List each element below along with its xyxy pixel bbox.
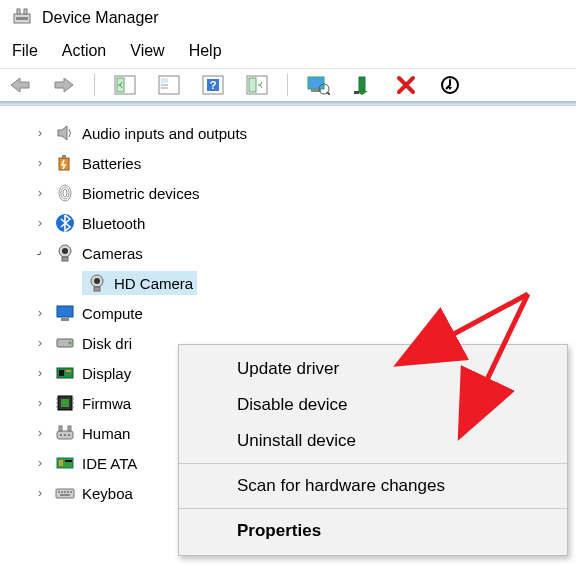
svg-rect-20 <box>354 91 359 94</box>
chevron-right-icon[interactable]: › <box>32 486 48 500</box>
context-menu-properties[interactable]: Properties <box>179 513 567 549</box>
context-menu-update-driver[interactable]: Update driver <box>179 351 567 387</box>
toolbar: ? <box>0 68 576 102</box>
svg-rect-57 <box>65 460 72 462</box>
tree-item-batteries[interactable]: › Batteries <box>32 148 568 178</box>
menu-file[interactable]: File <box>12 42 38 60</box>
chevron-right-icon[interactable]: › <box>32 156 48 170</box>
chevron-right-icon[interactable]: › <box>32 126 48 140</box>
svg-rect-39 <box>59 370 64 376</box>
show-hidden-button[interactable] <box>111 73 139 97</box>
tree-item-label: Disk dri <box>82 335 132 352</box>
tree-item-cameras[interactable]: › Cameras <box>32 238 568 268</box>
tree-item-computers[interactable]: › Compute <box>32 298 568 328</box>
forward-button[interactable] <box>50 73 78 97</box>
svg-point-26 <box>63 189 67 197</box>
svg-rect-7 <box>161 78 168 83</box>
tree-item-label: Audio inputs and outputs <box>82 125 247 142</box>
chevron-right-icon[interactable]: › <box>32 336 48 350</box>
window-title: Device Manager <box>42 9 159 27</box>
svg-point-51 <box>64 434 66 436</box>
svg-rect-40 <box>66 370 71 372</box>
hid-icon <box>54 422 76 444</box>
context-menu-uninstall-device[interactable]: Uninstall device <box>179 423 567 459</box>
context-menu-separator <box>179 463 567 464</box>
chevron-right-icon[interactable]: › <box>32 216 48 230</box>
tree-item-biometric[interactable]: › Biometric devices <box>32 178 568 208</box>
svg-rect-60 <box>61 491 63 493</box>
tree-item-bluetooth[interactable]: › Bluetooth <box>32 208 568 238</box>
chevron-down-icon[interactable]: › <box>29 242 50 263</box>
context-menu-scan-hardware[interactable]: Scan for hardware changes <box>179 468 567 504</box>
titlebar: Device Manager <box>0 0 576 36</box>
update-driver-button[interactable] <box>304 73 332 97</box>
svg-rect-23 <box>62 155 66 158</box>
fingerprint-icon <box>54 182 76 204</box>
menu-help[interactable]: Help <box>189 42 222 60</box>
svg-point-32 <box>94 278 100 284</box>
tree-item-label: Human <box>82 425 130 442</box>
chevron-right-icon[interactable]: › <box>32 366 48 380</box>
svg-rect-61 <box>64 491 66 493</box>
display-adapter-icon <box>54 362 76 384</box>
tree-item-label: Batteries <box>82 155 141 172</box>
svg-point-52 <box>68 434 70 436</box>
keyboard-icon <box>54 482 76 504</box>
svg-line-18 <box>327 92 330 95</box>
svg-text:?: ? <box>210 79 217 91</box>
svg-rect-62 <box>67 491 69 493</box>
context-menu: Update driver Disable device Uninstall d… <box>178 344 568 556</box>
svg-rect-34 <box>57 306 73 317</box>
tree-item-label: Compute <box>82 305 143 322</box>
tree-item-label: Biometric devices <box>82 185 200 202</box>
ide-icon <box>54 452 76 474</box>
battery-icon <box>54 152 76 174</box>
svg-rect-64 <box>60 494 70 496</box>
svg-rect-19 <box>359 77 365 91</box>
tree-item-audio[interactable]: › Audio inputs and outputs <box>32 118 568 148</box>
help-button[interactable]: ? <box>199 73 227 97</box>
menubar: File Action View Help <box>0 36 576 68</box>
tree-item-hd-camera[interactable]: HD Camera <box>60 268 568 298</box>
context-menu-disable-device[interactable]: Disable device <box>179 387 567 423</box>
tree-item-label: IDE ATA <box>82 455 137 472</box>
svg-point-37 <box>69 342 72 345</box>
bluetooth-icon <box>54 212 76 234</box>
context-menu-separator <box>179 508 567 509</box>
disk-icon <box>54 332 76 354</box>
tree-item-label: Cameras <box>82 245 143 262</box>
menu-view[interactable]: View <box>130 42 164 60</box>
svg-rect-2 <box>24 9 27 14</box>
uninstall-button[interactable] <box>348 73 376 97</box>
disable-button[interactable] <box>392 73 420 97</box>
svg-rect-42 <box>61 399 69 407</box>
menu-action[interactable]: Action <box>62 42 106 60</box>
tree-item-label: Keyboa <box>82 485 133 502</box>
tree-item-label: Bluetooth <box>82 215 145 232</box>
properties-button[interactable] <box>436 73 464 97</box>
device-manager-icon <box>12 6 32 30</box>
svg-rect-30 <box>62 257 68 261</box>
back-button[interactable] <box>6 73 34 97</box>
tree-item-label: HD Camera <box>114 275 193 292</box>
svg-rect-15 <box>308 77 324 89</box>
chevron-right-icon[interactable]: › <box>32 186 48 200</box>
chevron-right-icon[interactable]: › <box>32 396 48 410</box>
svg-rect-14 <box>249 78 256 92</box>
svg-rect-35 <box>61 318 69 321</box>
tree-item-label: Firmwa <box>82 395 131 412</box>
chevron-right-icon[interactable]: › <box>32 456 48 470</box>
svg-rect-1 <box>17 9 20 14</box>
svg-rect-53 <box>59 426 62 431</box>
svg-rect-56 <box>59 460 63 466</box>
scan-button[interactable] <box>243 73 271 97</box>
chevron-right-icon[interactable]: › <box>32 426 48 440</box>
action-button[interactable] <box>155 73 183 97</box>
svg-rect-54 <box>68 426 71 431</box>
tree-item-label: Display <box>82 365 131 382</box>
svg-rect-9 <box>161 87 168 89</box>
monitor-icon <box>54 302 76 324</box>
chevron-right-icon[interactable]: › <box>32 306 48 320</box>
firmware-icon <box>54 392 76 414</box>
svg-rect-58 <box>56 489 74 498</box>
